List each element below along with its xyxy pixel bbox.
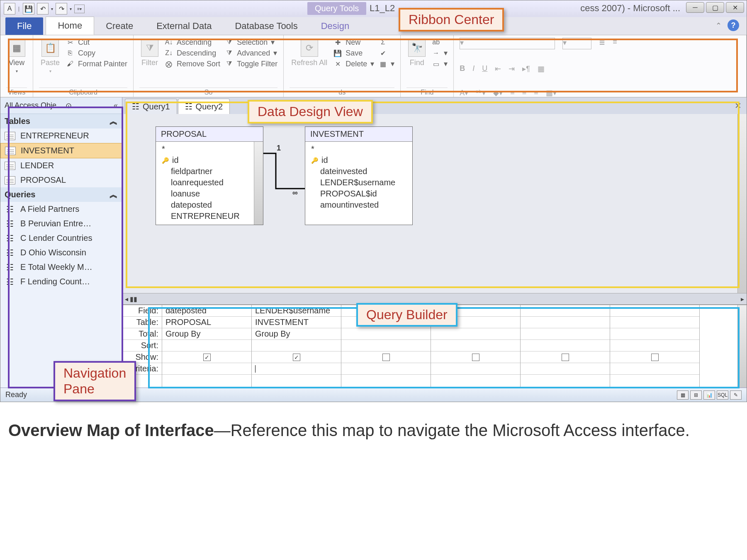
collapse-tables-icon[interactable]: ︽ bbox=[109, 116, 118, 127]
qbe-cell-show[interactable] bbox=[431, 352, 520, 363]
nav-table-lender[interactable]: LENDER bbox=[0, 158, 122, 173]
underline-icon[interactable]: U bbox=[482, 64, 487, 73]
view-chart-icon[interactable]: 📊 bbox=[703, 390, 715, 400]
nav-table-entrepreneur[interactable]: ENTREPRENEUR bbox=[0, 128, 122, 143]
view-datasheet-icon[interactable]: ▦ bbox=[677, 390, 689, 400]
contextual-tab-query-tools[interactable]: Query Tools bbox=[307, 2, 366, 15]
goto-button[interactable]: →▾ bbox=[431, 48, 448, 58]
maximize-button[interactable]: ▢ bbox=[706, 2, 724, 13]
field-id[interactable]: 🔑id bbox=[309, 155, 409, 166]
collapse-queries-icon[interactable]: ︽ bbox=[109, 189, 118, 200]
scroll-left-icon[interactable]: ◂ ▮▮ bbox=[125, 295, 137, 303]
format-painter-button[interactable]: 🖌Format Painter bbox=[66, 59, 127, 68]
qbe-cell-show[interactable]: ✓ bbox=[252, 352, 341, 363]
qbe-cell-field[interactable]: dateposted bbox=[162, 305, 251, 317]
view-pivot-icon[interactable]: ⊞ bbox=[690, 390, 702, 400]
qbe-col-2[interactable]: LENDER$username INVESTMENT Group By ✓ bbox=[252, 305, 341, 388]
ribbon-tab-design[interactable]: Design bbox=[309, 17, 361, 35]
doc-tab-query2[interactable]: ☷Query2 bbox=[178, 99, 230, 114]
field-loanrequested[interactable]: loanrequested bbox=[159, 177, 260, 188]
ribbon-tab-home[interactable]: Home bbox=[46, 17, 94, 35]
nav-table-investment[interactable]: INVESTMENT bbox=[0, 143, 122, 158]
nav-section-tables[interactable]: Tables ︽ bbox=[0, 114, 122, 128]
align-left-icon[interactable]: ≡ bbox=[510, 88, 515, 97]
nav-table-proposal[interactable]: PROPOSAL bbox=[0, 173, 122, 187]
redo-drop[interactable]: ▾ bbox=[70, 7, 72, 11]
select-button[interactable]: ▭▾ bbox=[431, 59, 448, 68]
qbe-cell-show[interactable]: ✓ bbox=[162, 352, 251, 363]
cut-button[interactable]: ✂Cut bbox=[66, 38, 127, 47]
nav-query-d[interactable]: ☷D Ohio Wisconsin bbox=[0, 245, 122, 260]
table-box-investment[interactable]: INVESTMENT * 🔑id dateinvested LENDER$use… bbox=[305, 126, 413, 225]
ltr-icon[interactable]: ▸¶ bbox=[522, 64, 530, 73]
canvas-vscrollbar[interactable] bbox=[737, 114, 747, 293]
field-dateinvested[interactable]: dateinvested bbox=[309, 166, 409, 177]
remove-sort-button[interactable]: ⨂Remove Sort bbox=[164, 59, 220, 68]
fill-icon[interactable]: ◆▾ bbox=[493, 88, 503, 97]
view-sql-icon[interactable]: SQL bbox=[717, 390, 728, 400]
font-combo[interactable]: ▾ bbox=[460, 38, 555, 49]
doc-tab-query1[interactable]: ☷Query1 bbox=[125, 99, 177, 114]
scroll-right-icon[interactable]: ▸ bbox=[741, 295, 744, 303]
save-icon[interactable]: 💾 bbox=[23, 3, 34, 15]
nav-query-f[interactable]: ☷F Lending Count… bbox=[0, 274, 122, 289]
field-lender-username[interactable]: LENDER$username bbox=[309, 177, 409, 188]
qbe-vscrollbar[interactable] bbox=[737, 305, 747, 388]
nav-pane-header[interactable]: All Access Obje…⊙ « bbox=[0, 97, 122, 114]
field-fieldpartner[interactable]: fieldpartner bbox=[159, 166, 260, 177]
size-combo[interactable]: ▾ bbox=[562, 38, 591, 49]
indent-inc-icon[interactable]: ⇥ bbox=[509, 64, 515, 73]
delete-button[interactable]: ✕Delete ▾ bbox=[333, 59, 374, 68]
refresh-all-button[interactable]: ⟳ Refresh All bbox=[290, 38, 329, 69]
help-icon[interactable]: ? bbox=[728, 19, 739, 31]
replace-button[interactable]: ab bbox=[431, 38, 448, 47]
nav-query-c[interactable]: ☷C Lender Countries bbox=[0, 231, 122, 245]
qbe-cell-total[interactable]: Group By bbox=[162, 328, 251, 340]
ribbon-tab-file[interactable]: File bbox=[5, 17, 43, 35]
numbering-icon[interactable]: ≡ bbox=[613, 38, 617, 46]
qbe-cell-criteria[interactable] bbox=[252, 363, 341, 375]
field-dateposted[interactable]: dateposted bbox=[159, 199, 260, 211]
undo-drop[interactable]: ▾ bbox=[51, 7, 53, 11]
paste-button[interactable]: 📋 Paste ▾ bbox=[39, 38, 61, 75]
undo-icon[interactable]: ↶ bbox=[37, 3, 49, 15]
field-proposal-id[interactable]: PROPOSAL$id bbox=[309, 188, 409, 199]
font-color-icon[interactable]: A▾ bbox=[460, 88, 468, 97]
redo-icon[interactable]: ↷ bbox=[56, 3, 67, 15]
table-scrollbar[interactable] bbox=[254, 142, 263, 225]
find-button[interactable]: 🔭 Find bbox=[406, 38, 427, 69]
minimize-button[interactable]: ─ bbox=[686, 2, 704, 13]
save-record-button[interactable]: 💾Save bbox=[333, 48, 374, 58]
qbe-col-5[interactable] bbox=[521, 305, 610, 388]
field-loanuse[interactable]: loanuse bbox=[159, 188, 260, 199]
nav-query-b[interactable]: ☷B Peruvian Entre… bbox=[0, 216, 122, 231]
ribbon-tab-create[interactable]: Create bbox=[94, 17, 145, 35]
qbe-cell-table[interactable]: PROPOSAL bbox=[162, 317, 251, 328]
close-button[interactable]: ✕ bbox=[726, 2, 744, 13]
qbe-cell-criteria[interactable] bbox=[162, 363, 251, 375]
qbe-col-1[interactable]: dateposted PROPOSAL Group By ✓ bbox=[162, 305, 252, 388]
selection-button[interactable]: ⧩Selection ▾ bbox=[224, 38, 277, 47]
app-icon[interactable]: A bbox=[4, 3, 15, 15]
align-right-icon[interactable]: ≡ bbox=[534, 88, 538, 97]
qbe-cell-show[interactable] bbox=[341, 352, 431, 363]
qbe-cell-table[interactable]: INVESTMENT bbox=[252, 317, 341, 328]
align-center-icon[interactable]: ≡ bbox=[522, 88, 527, 97]
nav-query-a[interactable]: ☷A Field Partners bbox=[0, 202, 122, 216]
qbe-cell-sort[interactable] bbox=[162, 340, 251, 352]
qbe-col-6[interactable] bbox=[610, 305, 700, 388]
alt-fill-icon[interactable]: ▦▾ bbox=[546, 88, 557, 97]
ribbon-collapse-icon[interactable]: ⌃ bbox=[715, 21, 722, 30]
nav-query-e[interactable]: ☷E Total Weekly M… bbox=[0, 260, 122, 274]
ascending-button[interactable]: A↓Ascending bbox=[164, 38, 220, 47]
more-button[interactable]: ▦▾ bbox=[378, 59, 394, 68]
ribbon-tab-external-data[interactable]: External Data bbox=[145, 17, 223, 35]
field-id[interactable]: 🔑id bbox=[159, 155, 260, 166]
query-design-canvas[interactable]: PROPOSAL * 🔑id fieldpartner loanrequeste… bbox=[122, 114, 747, 293]
descending-button[interactable]: Z↓Descending bbox=[164, 48, 220, 58]
filter-button[interactable]: ⧩ Filter bbox=[139, 38, 160, 69]
qat-more-icon[interactable]: ≡▾ bbox=[74, 5, 85, 13]
field-amountinvested[interactable]: amountinvested bbox=[309, 199, 409, 211]
qbe-cell-total[interactable]: Group By bbox=[252, 328, 341, 340]
qbe-cell-sort[interactable] bbox=[252, 340, 341, 352]
